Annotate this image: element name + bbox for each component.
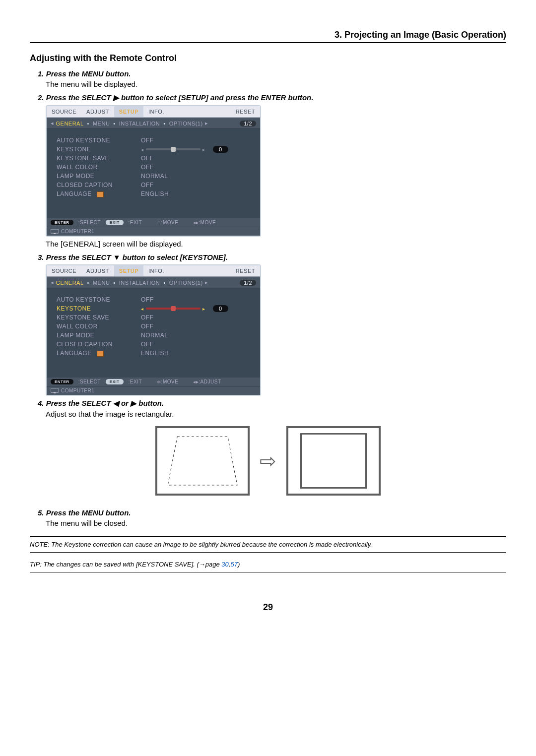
row-wall-color[interactable]: WALL COLOR OFF [57,163,250,172]
value-auto-keystone: OFF [141,296,187,303]
label-wall-color: WALL COLOR [57,323,141,330]
svg-rect-0 [51,229,59,233]
row-auto-keystone[interactable]: AUTO KEYSTONE OFF [57,136,250,145]
subtab-pager: 1/2 [240,280,256,286]
label-closed-caption: CLOSED CAPTION [57,341,141,348]
row-lamp-mode[interactable]: LAMP MODE NORMAL [57,172,250,181]
subtab-general[interactable]: GENERAL [56,121,84,126]
value-wall-color: OFF [141,164,187,171]
exit-pill: EXIT [106,220,124,225]
value-keystone-save: OFF [141,314,187,321]
tab-reset[interactable]: RESET [231,265,260,276]
menu-subtabs: ◂ GENERAL • MENU • INSTALLATION • OPTION… [47,118,260,129]
slider-left-arrow-icon[interactable]: ◂ [141,306,144,312]
chapter-header: 3. Projecting an Image (Basic Operation) [30,30,506,43]
step-1: 1. Press the MENU button. [38,69,506,78]
slider-right-arrow-icon[interactable]: ▸ [202,306,205,312]
subtab-installation[interactable]: INSTALLATION [119,280,160,286]
subtab-options1[interactable]: OPTIONS(1) [169,280,203,286]
menu-body: AUTO KEYSTONE OFF KEYSTONE ◂ ▸ 0 KEYSTON… [47,288,260,378]
enter-text: :SELECT [78,379,101,384]
label-keystone: KEYSTONE [57,305,141,312]
monitor-icon [51,388,59,393]
tab-info[interactable]: INFO. [143,106,169,117]
menu-subtabs: ◂ GENERAL • MENU • INSTALLATION • OPTION… [47,277,260,288]
section-title: Adjusting with the Remote Control [30,53,506,63]
tab-setup[interactable]: SETUP [114,265,143,276]
value-closed-caption: OFF [141,341,187,348]
menu-screenshot-2: SOURCE ADJUST SETUP INFO. RESET ◂ GENERA… [46,264,261,396]
tab-reset[interactable]: RESET [231,106,260,117]
menu-body: AUTO KEYSTONE OFF KEYSTONE ◂ ▸ 0 KEYSTON… [47,129,260,218]
keystone-value-badge: 0 [213,305,228,312]
row-keystone-save[interactable]: KEYSTONE SAVE OFF [57,313,250,322]
tab-adjust[interactable]: ADJUST [81,265,114,276]
subtab-menu[interactable]: MENU [93,121,110,126]
row-language[interactable]: LANGUAGE ENGLISH [57,349,250,358]
monitor-icon [51,229,59,234]
row-keystone[interactable]: KEYSTONE ◂ ▸ 0 [57,145,250,154]
row-keystone[interactable]: KEYSTONE ◂ ▸ 0 [57,304,250,313]
keystone-slider[interactable]: ◂ ▸ 0 [141,146,228,153]
step-1-body: The menu will be displayed. [46,80,506,88]
row-wall-color[interactable]: WALL COLOR OFF [57,322,250,331]
enter-pill: ENTER [51,379,73,384]
row-keystone-save[interactable]: KEYSTONE SAVE OFF [57,154,250,163]
menu-footer: ENTER :SELECT EXIT :EXIT ≑:MOVE ◂▸:ADJUS… [47,378,260,395]
language-icon [97,191,104,197]
label-language: LANGUAGE [57,190,141,197]
dot-separator: • [113,121,115,126]
dot-separator: • [163,121,165,126]
svg-rect-3 [54,392,56,393]
label-wall-color: WALL COLOR [57,164,141,171]
subtab-options1[interactable]: OPTIONS(1) [169,121,203,126]
dot-separator: • [87,280,89,286]
label-keystone: KEYSTONE [57,146,141,153]
row-lamp-mode[interactable]: LAMP MODE NORMAL [57,331,250,340]
keystone-before-image [155,426,250,496]
subtab-installation[interactable]: INSTALLATION [119,121,160,126]
page-link-30[interactable]: 30 [221,561,228,568]
enter-pill: ENTER [51,220,73,225]
tab-info[interactable]: INFO. [143,265,169,276]
row-auto-keystone[interactable]: AUTO KEYSTONE OFF [57,295,250,304]
exit-text: :EXIT [129,220,142,225]
updown-text: ≑:MOVE [157,379,178,384]
value-lamp-mode: NORMAL [141,173,187,180]
lr-adjust-text: ◂▸:ADJUST [193,379,221,384]
value-wall-color: OFF [141,323,187,330]
label-auto-keystone: AUTO KEYSTONE [57,296,141,303]
value-language: ENGLISH [141,350,187,357]
tab-source[interactable]: SOURCE [47,106,81,117]
source-indicator: COMPUTER1 [51,388,94,393]
keystone-slider[interactable]: ◂ ▸ 0 [141,305,228,312]
row-closed-caption[interactable]: CLOSED CAPTION OFF [57,340,250,349]
keystone-after-image [286,426,381,496]
triangle-left-icon[interactable]: ◂ [51,279,54,286]
slider-left-arrow-icon[interactable]: ◂ [141,147,144,152]
lr-move-text: ◂▸:MOVE [193,220,216,225]
dot-separator: • [163,280,165,286]
row-language[interactable]: LANGUAGE ENGLISH [57,189,250,198]
page-number: 29 [30,602,506,613]
keystone-value-badge: 0 [213,146,228,153]
slider-right-arrow-icon[interactable]: ▸ [202,147,205,152]
value-auto-keystone: OFF [141,137,187,144]
row-closed-caption[interactable]: CLOSED CAPTION OFF [57,181,250,189]
note-text: NOTE: The Keystone correction can cause … [30,536,506,553]
triangle-right-icon[interactable]: ▸ [205,279,208,286]
page-link-57[interactable]: 57 [230,561,237,568]
subtab-menu[interactable]: MENU [93,280,110,286]
tip-text: TIP: The changes can be saved with [KEYS… [30,557,506,572]
triangle-left-icon[interactable]: ◂ [51,120,54,126]
tab-source[interactable]: SOURCE [47,265,81,276]
label-lamp-mode: LAMP MODE [57,332,141,339]
value-language: ENGLISH [141,190,187,197]
svg-rect-2 [51,388,59,392]
tab-adjust[interactable]: ADJUST [81,106,114,117]
triangle-right-icon[interactable]: ▸ [205,120,208,126]
subtab-general[interactable]: GENERAL [56,280,84,286]
language-icon [97,351,104,357]
tab-setup[interactable]: SETUP [114,106,143,117]
step-2: 2. Press the SELECT ▶ button to select [… [38,93,506,102]
